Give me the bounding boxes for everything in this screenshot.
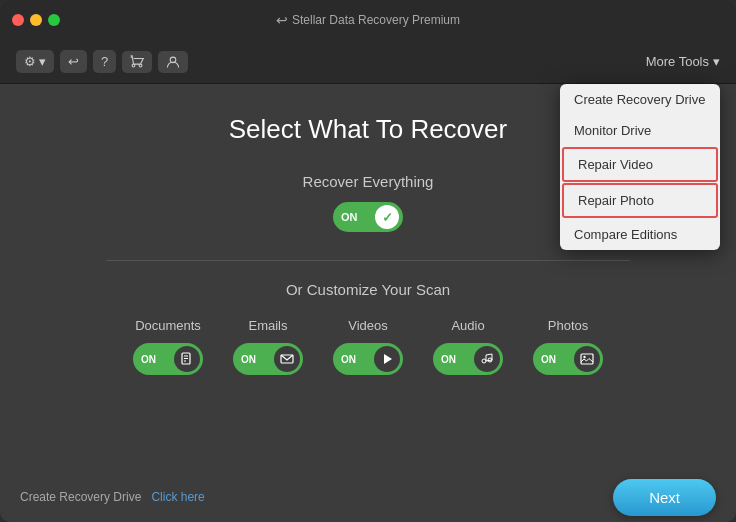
traffic-lights <box>12 14 60 26</box>
svg-rect-13 <box>581 354 593 364</box>
check-icon: ✓ <box>382 210 393 225</box>
svg-point-7 <box>482 359 486 363</box>
toolbar: ⚙ ▾ ↩ ? More Tools ▾ <box>0 40 736 84</box>
document-icon <box>180 352 194 366</box>
dropdown-item-repair-photo[interactable]: Repair Photo <box>562 183 718 218</box>
toolbar-right: More Tools ▾ <box>646 54 720 69</box>
account-button[interactable] <box>158 51 188 73</box>
more-tools-button[interactable]: More Tools ▾ <box>646 54 720 69</box>
footer-left: Create Recovery Drive Click here <box>20 490 205 504</box>
scan-option-videos: Videos ON <box>333 318 403 375</box>
cart-button[interactable] <box>122 51 152 73</box>
dropdown-arrow-settings: ▾ <box>39 54 46 69</box>
recovery-drive-text: Create Recovery Drive <box>20 490 141 504</box>
video-icon <box>380 352 394 366</box>
customize-label: Or Customize Your Scan <box>286 281 450 298</box>
scan-options: Documents ON Emails <box>133 318 603 375</box>
app-title: Stellar Data Recovery Premium <box>292 13 460 27</box>
scan-option-photos: Photos ON <box>533 318 603 375</box>
page-title: Select What To Recover <box>229 114 507 145</box>
photo-icon <box>580 352 594 366</box>
svg-marker-6 <box>384 354 392 364</box>
audio-label: Audio <box>451 318 484 333</box>
titlebar: ↩ Stellar Data Recovery Premium <box>0 0 736 40</box>
recover-everything-toggle[interactable]: ON ✓ <box>333 202 403 232</box>
more-tools-arrow: ▾ <box>713 54 720 69</box>
maximize-button[interactable] <box>48 14 60 26</box>
account-icon <box>166 55 180 69</box>
scan-option-audio: Audio ON <box>433 318 503 375</box>
back-icon: ↩ <box>68 54 79 69</box>
recover-everything-label: Recover Everything <box>303 173 434 190</box>
back-button[interactable]: ↩ <box>60 50 87 73</box>
next-button[interactable]: Next <box>613 479 716 516</box>
scan-option-documents: Documents ON <box>133 318 203 375</box>
emails-toggle[interactable]: ON <box>233 343 303 375</box>
audio-on-label: ON <box>441 354 456 365</box>
photos-icon-knob <box>574 346 600 372</box>
scan-option-emails: Emails ON <box>233 318 303 375</box>
svg-line-12 <box>486 354 492 355</box>
email-icon <box>280 352 294 366</box>
help-icon: ? <box>101 54 108 69</box>
photos-on-label: ON <box>541 354 556 365</box>
videos-toggle[interactable]: ON <box>333 343 403 375</box>
emails-icon-knob <box>274 346 300 372</box>
titlebar-center: ↩ Stellar Data Recovery Premium <box>276 12 460 28</box>
dropdown-menu: Create Recovery Drive Monitor Drive Repa… <box>560 84 720 250</box>
photos-toggle[interactable]: ON <box>533 343 603 375</box>
dropdown-item-repair-video[interactable]: Repair Video <box>562 147 718 182</box>
videos-label: Videos <box>348 318 388 333</box>
close-button[interactable] <box>12 14 24 26</box>
settings-icon: ⚙ <box>24 54 36 69</box>
audio-toggle[interactable]: ON <box>433 343 503 375</box>
click-here-link[interactable]: Click here <box>151 490 204 504</box>
recover-everything-toggle-row: ON ✓ <box>333 202 403 232</box>
toolbar-left: ⚙ ▾ ↩ ? <box>16 50 188 73</box>
back-icon: ↩ <box>276 12 288 28</box>
toggle-knob: ✓ <box>375 205 399 229</box>
photos-label: Photos <box>548 318 588 333</box>
minimize-button[interactable] <box>30 14 42 26</box>
documents-toggle[interactable]: ON <box>133 343 203 375</box>
documents-on-label: ON <box>141 354 156 365</box>
audio-icon <box>480 352 494 366</box>
documents-label: Documents <box>135 318 201 333</box>
svg-line-9 <box>486 360 492 361</box>
footer: Create Recovery Drive Click here Next <box>0 472 736 522</box>
emails-on-label: ON <box>241 354 256 365</box>
documents-icon-knob <box>174 346 200 372</box>
svg-point-14 <box>583 356 585 358</box>
audio-icon-knob <box>474 346 500 372</box>
cart-icon <box>130 55 144 69</box>
videos-icon-knob <box>374 346 400 372</box>
dropdown-item-compare-editions[interactable]: Compare Editions <box>560 219 720 250</box>
main-window: ↩ Stellar Data Recovery Premium ⚙ ▾ ↩ ? <box>0 0 736 522</box>
help-button[interactable]: ? <box>93 50 116 73</box>
more-tools-label: More Tools <box>646 54 709 69</box>
emails-label: Emails <box>248 318 287 333</box>
divider <box>106 260 631 261</box>
toggle-on-label: ON <box>341 211 358 223</box>
videos-on-label: ON <box>341 354 356 365</box>
dropdown-item-create-recovery-drive[interactable]: Create Recovery Drive <box>560 84 720 115</box>
settings-button[interactable]: ⚙ ▾ <box>16 50 54 73</box>
dropdown-item-monitor-drive[interactable]: Monitor Drive <box>560 115 720 146</box>
